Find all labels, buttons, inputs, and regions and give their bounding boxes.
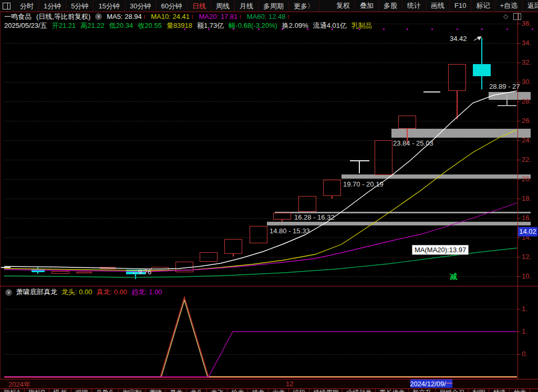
candle-wick [481,76,482,89]
tool-menu-item-1[interactable]: 叠加 [355,0,379,11]
candle-wick [481,38,482,64]
bottom-tab-18[interactable]: 目组合习 [436,389,469,392]
bottom-tab-6[interactable]: 萧啸 [146,389,166,392]
ohlc-field-9: 乳制品 [351,21,372,30]
candle-body [200,252,218,262]
candle-body [32,269,45,272]
tool-menu-item-4[interactable]: 画线 [426,0,450,11]
candle-flat [423,91,440,92]
bottom-tab-10[interactable]: 捡龙 [227,389,248,392]
tool-menu-item-5[interactable]: F10 [450,0,471,11]
tool-menu-item-2[interactable]: 多股 [379,0,402,11]
price-axis-label: 34. [522,39,531,47]
reduce-badge: 减 [450,272,457,282]
candle-body [473,64,491,76]
cursor-date-label: 2025/05/23/五 [4,21,47,30]
bottom-tab-14[interactable]: 持续周期 [309,389,343,392]
bottom-tab-5[interactable]: 御宝到 [119,389,146,392]
up-arrow-icon: ↑ [143,13,147,20]
price-zone-label: 28.89 - 27 [489,82,520,90]
chevron-circle-icon[interactable]: ∨ [95,13,102,20]
bottom-tab-20[interactable]: 精速 [489,389,510,392]
ma-legend-item-3: MA60: 12.48↑ [247,13,290,20]
bottom-tab-4[interactable]: 月异头 [92,389,119,392]
menu-item-10[interactable]: 更多〉 [289,1,319,12]
menu-item-7[interactable]: 周线 [211,1,235,12]
bottom-tab-21[interactable]: 竹龙 [510,389,530,392]
menu-item-5[interactable]: 60分钟 [156,1,187,12]
candle-body [175,262,193,272]
up-arrow-icon: ↑ [286,13,290,20]
sub-metric-1: 真龙: 0.00 [97,287,128,297]
ohlc-field-6: 幅-0.68(-3.20%) [229,21,277,30]
time-cursor-weekday: 一 [446,379,453,388]
price-axis-tick [517,140,521,141]
signal-dot [431,28,433,30]
price-axis-label: 22. [522,156,531,163]
tool-menu-item-7[interactable]: +自选 [495,0,523,11]
tool-menu-item-0[interactable]: 复权 [332,0,355,11]
ticker-row: 一鸣食品 (日线,等比前复权) ∨ MA5: 28.94↑MA10: 24.41… [4,13,290,20]
ma-legend-text: MA60: 12.48 [247,13,286,20]
price-axis-label: 18. [522,194,531,202]
bottom-tab-19[interactable]: 利明 [469,389,489,392]
time-axis-month: 12 [286,380,293,388]
bottom-tab-16[interactable]: 重长供龙 [376,389,409,392]
menu-item-8[interactable]: 月线 [235,1,258,12]
bottom-tab-3[interactable]: 管理 [71,389,92,392]
chevron-circle-icon[interactable]: ∨ [5,289,12,296]
candle-body [224,239,242,254]
ohlc-field-3: 收20.55 [138,21,162,30]
ohlc-field-7: 换2.09% [282,21,308,30]
ohlc-field-2: 低20.34 [109,21,133,30]
bottom-tab-13[interactable]: 波段 [289,389,309,392]
split-view-icon[interactable] [513,13,521,20]
bottom-tab-7[interactable]: 寻龙 [166,389,187,392]
bottom-tab-0[interactable]: 指标A [0,389,25,392]
tool-menu-item-3[interactable]: 统计 [402,0,426,11]
ohlc-field-0: 开21.21 [52,21,76,30]
bottom-tab-11[interactable]: 提龙 [248,389,268,392]
ma-legend-item-1: MA10: 24.41↑ [151,13,194,20]
window-layout-icon[interactable] [3,3,11,9]
menu-item-2[interactable]: 5分钟 [66,1,94,12]
tool-menu-item-8[interactable]: 返回 [523,0,538,11]
signal-dot [383,28,385,30]
menu-item-3[interactable]: 15分钟 [94,1,125,12]
ohlc-field-8: 流通4.01亿 [313,21,347,30]
menu-item-9[interactable]: 多周期 [258,1,289,12]
price-axis-tick [517,82,521,82]
sub-metric-2: 趋龙: 1.00 [131,287,162,297]
bottom-tab-15[interactable]: 业绩起龙 [343,389,376,392]
tool-menu-item-6[interactable]: 标记 [471,0,495,11]
menu-item-1[interactable]: 1分钟 [39,1,66,12]
price-axis-tick [517,257,521,257]
sub-indicator-metrics: 龙头: 0.00真龙: 0.00趋龙: 1.00 [61,287,162,297]
bottom-tab-1[interactable]: 指标B [25,389,49,392]
sub-axis-tick [517,354,521,355]
sub-chart-canvas[interactable] [3,286,518,379]
ohlc-field-1: 高21.22 [80,21,105,30]
ma20-tooltip: MA(MA20):13.97 [412,245,469,255]
bottom-tab-bar: 指标A指标B模 板管理月异头御宝到萧啸寻龙龙头龙飞捡龙提龙六龙波段持续周期业绩起… [0,389,538,392]
price-axis-tick [517,179,521,180]
sub-metric-0: 龙头: 0.00 [61,287,92,297]
price-axis-tick [517,238,521,238]
tools-menu: 复权叠加多股统计画线F10标记+自选返回 [332,0,538,11]
bottom-tab-8[interactable]: 龙头 [187,389,207,392]
price-axis-label: 30. [522,78,531,86]
bottom-tab-17[interactable]: 新立升 [409,389,436,392]
menu-item-4[interactable]: 30分钟 [125,1,156,12]
bottom-tab-9[interactable]: 龙飞 [207,389,227,392]
ohlc-fields: 开21.21高21.22低20.34收20.55量83918额1.73亿幅-0.… [52,21,372,30]
price-zone-label: 16.28 - 16.32 [294,213,335,221]
price-cursor-label: 14.02 [518,227,537,236]
bottom-tab-2[interactable]: 模 板 [49,389,71,392]
price-axis-label: 32. [522,58,531,66]
menu-item-0[interactable]: 分时 [15,1,39,12]
price-axis-tick [517,160,521,160]
diamond-icon[interactable]: ◇ [503,13,508,20]
sub-axis-label: 1. [522,327,527,335]
bottom-tab-12[interactable]: 六龙 [268,389,289,392]
menu-item-6[interactable]: 日线 [188,1,211,12]
